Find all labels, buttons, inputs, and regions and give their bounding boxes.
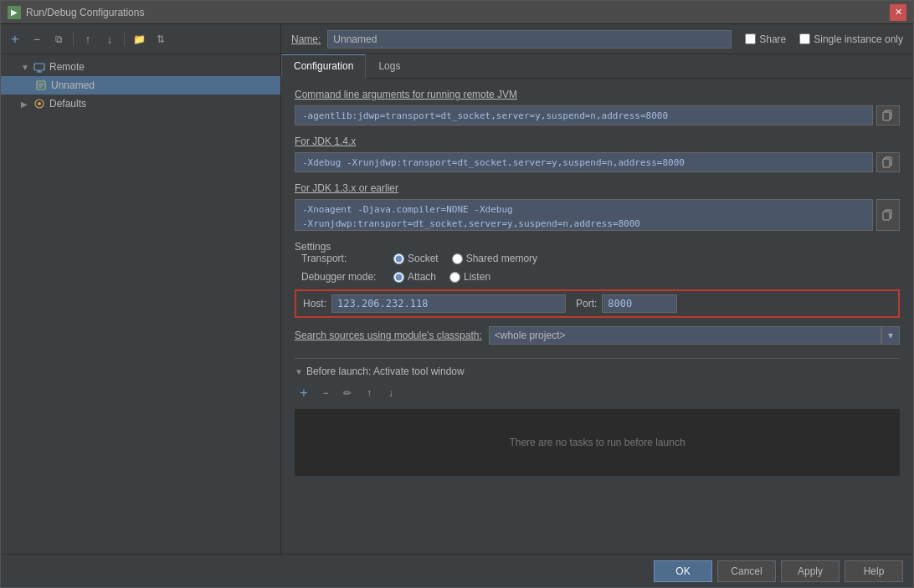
host-label: Host: [303,298,326,309]
bottom-bar: OK Cancel Apply Help [1,554,913,587]
svg-rect-10 [883,112,890,120]
svg-rect-12 [883,159,890,167]
before-launch-toolbar: + − ✏ ↑ ↓ [295,384,900,402]
section-divider [295,358,900,359]
share-group: Share [745,33,786,45]
share-checkbox[interactable] [745,33,756,44]
search-sources-dropdown-button[interactable]: ▾ [881,326,900,345]
unnamed-label: Unnamed [51,79,95,91]
right-panel: Name: Share Single instance only Configu… [281,24,913,554]
debugger-attach-radio[interactable] [393,272,404,283]
host-input[interactable] [331,294,566,313]
config-tree: ▼ Remote [1,54,280,554]
tree-item-unnamed[interactable]: Unnamed [1,76,280,95]
copy-config-button[interactable]: ⧉ [49,30,68,49]
remote-label: Remote [49,61,85,73]
sidebar-toolbar: + − ⧉ ↑ ↓ 📁 ⇅ [1,24,280,54]
port-input[interactable] [602,294,677,313]
launch-move-up-button[interactable]: ↑ [360,384,378,402]
jdk14-row [295,152,900,172]
help-button[interactable]: Help [845,560,903,582]
transport-socket-radio[interactable] [393,253,404,264]
settings-title: Settings [295,241,331,253]
window-icon: ▶ [8,6,21,19]
jdk13-input[interactable]: -Xnoagent -Djava.compiler=NONE -Xdebug -… [295,199,873,231]
search-sources-row: Search sources using module's classpath:… [295,326,900,345]
jdk14-title: For JDK 1.4.x [295,135,900,147]
single-instance-label: Single instance only [814,33,903,45]
search-sources-input[interactable] [489,326,881,345]
move-down-button[interactable]: ↓ [100,30,119,49]
debugger-attach-option[interactable]: Attach [393,271,436,283]
debugger-mode-label: Debugger mode: [301,271,393,283]
svg-rect-0 [34,64,44,70]
launch-empty-area: There are no tasks to run before launch [295,409,900,476]
tab-logs-label: Logs [378,60,400,72]
tree-item-remote[interactable]: ▼ Remote [1,58,280,76]
add-config-button[interactable]: + [6,30,24,49]
tab-configuration-label: Configuration [294,60,353,72]
folder-button[interactable]: 📁 [130,30,148,49]
sidebar: + − ⧉ ↑ ↓ 📁 ⇅ [1,24,281,554]
jdk14-input[interactable] [295,152,873,172]
ok-button[interactable]: OK [654,560,712,582]
name-input[interactable] [327,30,732,49]
debugger-attach-label: Attach [408,271,436,283]
remote-icon [33,60,46,74]
toolbar-separator [73,33,74,46]
transport-row: Transport: Socket Shared memory [295,253,900,264]
close-button[interactable]: ✕ [890,4,906,21]
apply-button[interactable]: Apply [781,560,840,582]
single-instance-group: Single instance only [799,33,903,45]
tab-logs[interactable]: Logs [366,54,413,78]
launch-move-down-button[interactable]: ↓ [382,384,400,402]
single-instance-checkbox[interactable] [799,33,810,44]
no-tasks-label: There are no tasks to run before launch [509,437,685,448]
cmd-jvm-title: Command line arguments for running remot… [295,89,900,100]
launch-remove-button[interactable]: − [316,384,335,402]
cmd-jvm-copy-button[interactable] [876,105,900,125]
name-bar: Name: Share Single instance only [281,24,913,54]
before-launch-header[interactable]: ▼ Before launch: Activate tool window [295,366,900,377]
transport-socket-label: Socket [408,253,439,264]
svg-point-8 [38,102,41,105]
before-launch-label: Before launch: Activate tool window [306,366,465,377]
move-up-button[interactable]: ↑ [79,30,97,49]
transport-shared-memory-label: Shared memory [466,253,537,264]
before-launch-section: ▼ Before launch: Activate tool window + … [295,366,900,476]
cmd-jvm-row [295,105,900,125]
defaults-icon [33,97,46,110]
title-bar: ▶ Run/Debug Configurations ✕ [1,1,913,24]
sort-button[interactable]: ⇅ [151,30,170,49]
jdk13-copy-button[interactable] [876,199,900,231]
tab-bar: Configuration Logs [281,54,913,79]
jdk14-copy-button[interactable] [876,152,900,172]
transport-socket-option[interactable]: Socket [393,253,439,264]
before-launch-arrow: ▼ [295,367,303,376]
remove-config-button[interactable]: − [28,30,46,49]
debugger-mode-radio-group: Attach Listen [393,271,490,283]
transport-radio-group: Socket Shared memory [393,253,537,264]
tab-configuration[interactable]: Configuration [281,54,366,79]
host-port-row: Host: Port: [295,289,900,318]
cmd-jvm-input[interactable] [295,105,873,125]
window-title: Run/Debug Configurations [26,7,890,18]
name-field-label: Name: [291,33,321,45]
launch-edit-button[interactable]: ✏ [338,384,357,402]
cancel-button[interactable]: Cancel [717,560,776,582]
debugger-listen-option[interactable]: Listen [449,271,490,283]
main-content: + − ⧉ ↑ ↓ 📁 ⇅ [1,24,913,554]
transport-shared-memory-option[interactable]: Shared memory [452,253,537,264]
defaults-label: Defaults [49,98,86,110]
tree-item-defaults[interactable]: ▶ Defaults [1,95,280,113]
debugger-listen-radio[interactable] [449,272,460,283]
run-debug-window: ▶ Run/Debug Configurations ✕ + − ⧉ ↑ ↓ [0,0,914,588]
tree-arrow-defaults: ▶ [21,100,33,109]
transport-shared-memory-radio[interactable] [452,253,463,264]
svg-rect-14 [883,212,890,220]
launch-add-button[interactable]: + [295,384,313,402]
search-sources-label: Search sources using module's classpath: [295,330,482,341]
tree-arrow-remote: ▼ [21,63,33,72]
transport-label: Transport: [301,253,393,264]
jdk13-title: For JDK 1.3.x or earlier [295,182,900,194]
